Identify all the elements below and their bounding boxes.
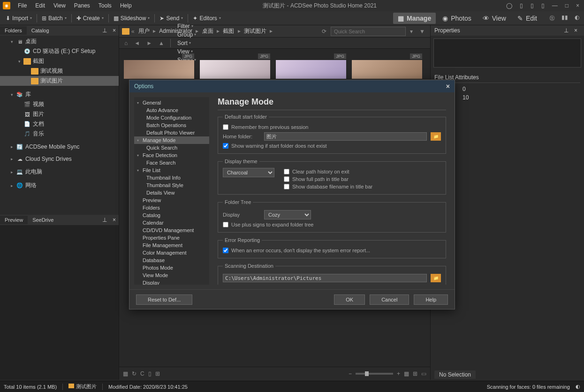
tree-item[interactable]: 🎵音乐	[0, 129, 119, 139]
tree-item[interactable]: 测试图片	[0, 76, 119, 86]
options-tree-item[interactable]: Properties Pane	[134, 234, 209, 241]
dashboard-icon[interactable]: ▮▮	[560, 13, 570, 23]
tool-icon[interactable]: ▯	[148, 370, 152, 377]
full-path-checkbox[interactable]	[284, 176, 289, 182]
tree-item[interactable]: 测试视频	[0, 66, 119, 76]
db-name-checkbox[interactable]	[284, 184, 289, 189]
home-folder-input[interactable]	[264, 132, 427, 141]
batch-button[interactable]: ⊞ Batch ▾	[39, 14, 69, 23]
error-checkbox[interactable]	[223, 248, 228, 253]
options-tree-item[interactable]: View Mode	[134, 271, 209, 279]
options-tree-item[interactable]: Thumbnail Style	[134, 181, 209, 189]
zoom-slider[interactable]	[356, 373, 393, 375]
sync-icon[interactable]: ◐	[573, 13, 581, 23]
minimize-button[interactable]: —	[550, 1, 560, 10]
thumbnail-item[interactable]: JPG	[200, 53, 270, 79]
close-button[interactable]: ×	[574, 1, 581, 10]
view-icon[interactable]: ▦	[404, 370, 409, 377]
filter-icon[interactable]: ▼	[417, 27, 427, 36]
theme-select[interactable]: Charcoal	[223, 168, 274, 177]
thumbnail-item[interactable]: JPG	[276, 53, 346, 79]
tree-item[interactable]: ▸🌐网络	[0, 181, 119, 190]
options-tree-item[interactable]: ▾Face Detection	[134, 151, 209, 159]
options-tree-item[interactable]: Calendar	[134, 219, 209, 226]
help-button[interactable]: Help	[414, 294, 448, 305]
warn-checkbox[interactable]	[223, 143, 228, 149]
tree-item[interactable]: 🖼图片	[0, 109, 119, 119]
menu-panes[interactable]: Panes	[70, 1, 94, 10]
catalog-tab[interactable]: Catalog	[27, 26, 54, 35]
up-icon[interactable]: ▲	[156, 39, 167, 47]
path-segment[interactable]: 截图	[221, 27, 236, 35]
view-mode-tab[interactable]: 👁View	[478, 13, 511, 24]
browse-button[interactable]: 📁	[431, 274, 441, 282]
path-segment[interactable]: 桌面	[200, 27, 215, 35]
options-tree-item[interactable]: Thumbnail Info	[134, 174, 209, 181]
panel-close-icon[interactable]: ×	[110, 216, 119, 224]
options-tree-item[interactable]: Preview	[134, 196, 209, 204]
tree-item[interactable]: ▾🖥桌面	[0, 37, 119, 46]
tree-item[interactable]: 📄文档	[0, 119, 119, 129]
manage-mode-tab[interactable]: ▦Manage	[393, 13, 436, 24]
cancel-button[interactable]: Cancel	[370, 294, 409, 305]
view-icon[interactable]: ⊞	[413, 370, 417, 377]
tree-item[interactable]: ▾📚库	[0, 90, 119, 99]
folder-tree[interactable]: ▾🖥桌面💿CD 驱动器 (E:) CF Setup▾截图测试视频测试图片▾📚库🎬…	[0, 36, 119, 215]
options-tree-item[interactable]: CD/DVD Management	[134, 226, 209, 234]
tree-item[interactable]: ▸🔄ACDSee Mobile Sync	[0, 143, 119, 151]
tree-item[interactable]: ▸💻此电脑	[0, 167, 119, 177]
options-tree-item[interactable]: Photos Mode	[134, 264, 209, 271]
home-icon[interactable]: ⌂	[122, 39, 130, 47]
filter-group[interactable]: Group ▾	[174, 30, 199, 39]
editors-button[interactable]: ✦ Editors ▾	[190, 14, 223, 23]
status-icon[interactable]: ◐	[576, 384, 580, 390]
search-input[interactable]	[331, 27, 406, 36]
layout1-icon[interactable]: ▯	[518, 1, 525, 10]
maximize-button[interactable]: □	[563, 1, 570, 10]
forward-icon[interactable]: ►	[144, 39, 154, 47]
tree-item[interactable]: 💿CD 驱动器 (E:) CF Setup	[0, 46, 119, 56]
photos-mode-tab[interactable]: ◉Photos	[438, 13, 476, 24]
path-segment[interactable]: 测试图片	[242, 27, 268, 35]
tree-item[interactable]: 🎬视频	[0, 99, 119, 109]
slideshow-button[interactable]: ▦ Slideshow ▾	[111, 14, 153, 23]
dialog-title-bar[interactable]: Options ×	[129, 80, 455, 92]
options-tree-item[interactable]: File Management	[134, 241, 209, 249]
dialog-close-icon[interactable]: ×	[446, 83, 450, 90]
options-tree-item[interactable]: Auto Advance	[134, 106, 209, 114]
thumbnail-item[interactable]: JPG	[352, 53, 422, 79]
zoom-out-icon[interactable]: −	[349, 370, 352, 377]
create-button[interactable]: ✚ Create ▾	[74, 14, 106, 23]
zoom-in-icon[interactable]: +	[397, 370, 400, 377]
tool-icon[interactable]: C	[140, 370, 144, 377]
browse-button[interactable]: 📁	[431, 132, 441, 141]
options-tree-item[interactable]: Display	[134, 279, 209, 285]
tool-icon[interactable]: ⊞	[155, 370, 160, 377]
menu-file[interactable]: File	[14, 1, 30, 10]
options-tree-item[interactable]: ▾File List	[134, 166, 209, 174]
options-tree-item[interactable]: Folders	[134, 204, 209, 211]
tool-icon[interactable]: ↻	[132, 370, 137, 377]
menu-help[interactable]: Help	[116, 1, 136, 10]
365-icon[interactable]: ㊟	[547, 13, 557, 23]
ok-button[interactable]: OK	[334, 294, 365, 305]
options-tree-item[interactable]: Batch Operations	[134, 121, 209, 129]
options-tree[interactable]: ▾GeneralAuto AdvanceMode ConfigurationBa…	[134, 97, 209, 285]
options-tree-item[interactable]: Face Search	[134, 159, 209, 166]
seedrive-tab[interactable]: SeeDrive	[28, 216, 58, 224]
options-tree-item[interactable]: ▾General	[134, 99, 209, 106]
user-icon[interactable]: ◯	[504, 1, 514, 10]
menu-view[interactable]: View	[50, 1, 69, 10]
pin-icon[interactable]: ⊥	[561, 26, 571, 35]
options-tree-item[interactable]: Quick Search	[134, 144, 209, 151]
search-dropdown-icon[interactable]: ▾	[408, 27, 415, 36]
clear-history-checkbox[interactable]	[284, 169, 289, 174]
options-tree-item[interactable]: Mode Configuration	[134, 114, 209, 121]
thumbnail-item[interactable]: JPG	[124, 53, 194, 79]
tree-item[interactable]: ▸☁Cloud Sync Drives	[0, 155, 119, 163]
send-button[interactable]: ➤ Send ▾	[157, 14, 186, 23]
panel-close-icon[interactable]: ×	[110, 26, 119, 35]
menu-tools[interactable]: Tools	[95, 1, 115, 10]
panel-close-icon[interactable]: ×	[571, 26, 580, 35]
view-icon[interactable]: ▭	[421, 370, 426, 377]
